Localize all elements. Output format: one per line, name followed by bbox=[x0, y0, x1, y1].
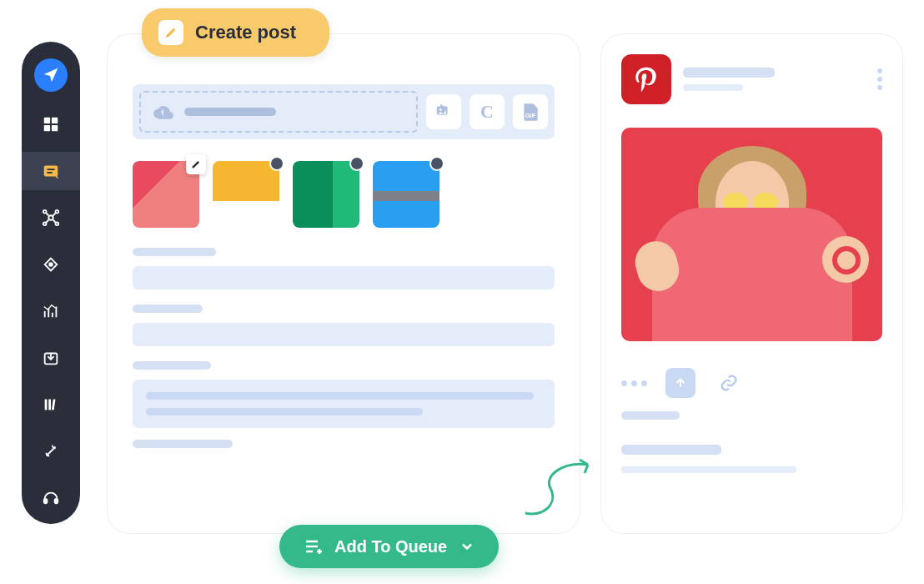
field-label-1 bbox=[133, 248, 216, 256]
gif-button[interactable]: GIF bbox=[513, 94, 548, 129]
tools-icon[interactable] bbox=[32, 432, 70, 471]
preview-title-line bbox=[683, 68, 775, 78]
support-icon[interactable] bbox=[32, 479, 70, 517]
remove-icon[interactable] bbox=[349, 156, 364, 171]
svg-point-8 bbox=[43, 223, 47, 226]
svg-point-5 bbox=[48, 215, 53, 220]
compose-icon[interactable] bbox=[22, 152, 80, 190]
thumbnail-1[interactable] bbox=[133, 161, 199, 228]
preview-header bbox=[621, 54, 882, 104]
preview-image bbox=[621, 128, 882, 341]
svg-point-18 bbox=[439, 108, 442, 111]
add-to-queue-button[interactable]: Add To Queue bbox=[279, 525, 499, 568]
queue-label: Add To Queue bbox=[334, 537, 447, 556]
field-label-2 bbox=[133, 305, 203, 313]
svg-rect-13 bbox=[48, 400, 51, 410]
composer-panel: C GIF bbox=[107, 33, 580, 534]
svg-point-10 bbox=[49, 263, 53, 266]
library-icon[interactable] bbox=[32, 385, 70, 424]
field-textarea[interactable] bbox=[133, 380, 555, 428]
canva-button[interactable]: C bbox=[470, 94, 505, 129]
target-icon[interactable] bbox=[32, 245, 70, 284]
svg-rect-0 bbox=[44, 118, 50, 123]
preview-panel bbox=[600, 33, 903, 534]
upload-placeholder-line bbox=[184, 108, 276, 116]
svg-rect-12 bbox=[45, 400, 48, 410]
remove-icon[interactable] bbox=[269, 156, 284, 171]
svg-rect-14 bbox=[52, 399, 56, 410]
upload-bar: C GIF bbox=[133, 84, 555, 139]
svg-rect-2 bbox=[44, 125, 50, 131]
dashboard-icon[interactable] bbox=[32, 105, 70, 143]
queue-icon bbox=[303, 536, 323, 556]
preview-caption-line bbox=[621, 411, 680, 420]
link-icon[interactable] bbox=[714, 368, 744, 398]
remove-icon[interactable] bbox=[429, 156, 444, 171]
more-menu-icon[interactable] bbox=[877, 68, 882, 90]
chevron-down-icon bbox=[459, 538, 475, 555]
svg-point-6 bbox=[43, 210, 47, 214]
create-post-label: Create post bbox=[195, 22, 296, 43]
inbox-icon[interactable] bbox=[32, 339, 70, 377]
field-label-3 bbox=[133, 361, 211, 370]
field-input-2[interactable] bbox=[133, 323, 555, 346]
svg-rect-16 bbox=[55, 499, 58, 504]
preview-meta-sub bbox=[621, 466, 796, 473]
media-button[interactable] bbox=[426, 94, 461, 129]
svg-point-9 bbox=[56, 223, 59, 226]
edit-icon[interactable] bbox=[186, 154, 206, 174]
preview-subtitle-line bbox=[683, 84, 743, 91]
more-horizontal-icon[interactable] bbox=[621, 380, 647, 386]
share-up-icon[interactable] bbox=[665, 368, 696, 398]
preview-actions bbox=[621, 368, 882, 398]
svg-rect-1 bbox=[52, 118, 58, 123]
pinterest-icon bbox=[621, 54, 671, 104]
upload-dropzone[interactable] bbox=[139, 91, 418, 133]
connector-arrow bbox=[517, 455, 600, 521]
svg-point-7 bbox=[56, 210, 59, 214]
composer-fields bbox=[133, 248, 555, 448]
analytics-icon[interactable] bbox=[32, 292, 70, 330]
svg-rect-3 bbox=[52, 125, 58, 131]
create-post-pill[interactable]: Create post bbox=[142, 8, 329, 57]
pencil-icon bbox=[158, 20, 183, 45]
field-footer-line bbox=[133, 440, 233, 448]
thumbnail-4[interactable] bbox=[373, 161, 439, 228]
network-icon[interactable] bbox=[32, 199, 70, 237]
svg-text:GIF: GIF bbox=[525, 112, 536, 119]
thumbnail-2[interactable] bbox=[213, 161, 279, 228]
preview-meta-title bbox=[621, 445, 721, 455]
thumbnail-3[interactable] bbox=[293, 161, 359, 228]
svg-rect-15 bbox=[44, 499, 48, 504]
field-input-1[interactable] bbox=[133, 266, 555, 289]
sidebar-nav bbox=[22, 42, 80, 524]
thumbnail-row bbox=[133, 161, 555, 228]
logo-icon[interactable] bbox=[34, 58, 68, 92]
svg-rect-4 bbox=[44, 166, 58, 177]
